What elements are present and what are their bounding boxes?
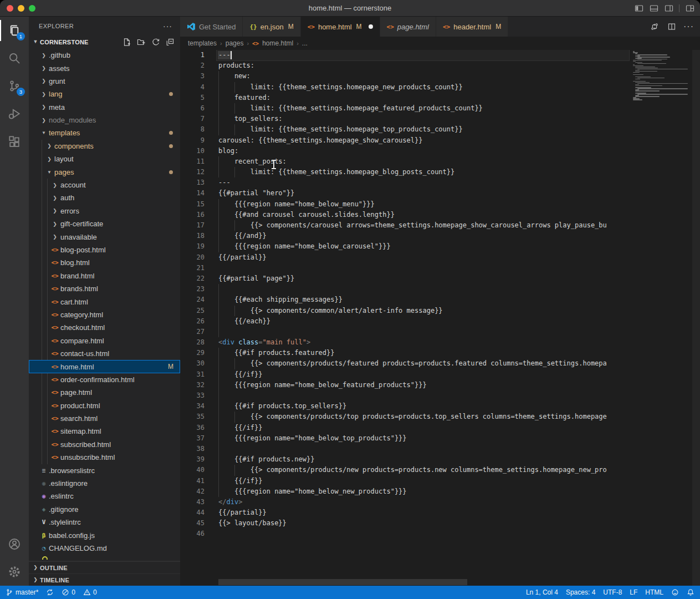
code-line[interactable]: 25 {{> components/common/alert/alert-inf…	[180, 306, 700, 316]
breadcrumb-item[interactable]: ...	[302, 39, 308, 47]
tree-file-.eslintignore[interactable]: ◉.eslintignore	[29, 477, 180, 490]
code-line[interactable]: 20{{/partial}}	[180, 252, 700, 263]
code-line[interactable]: 31 {{/if}}	[180, 369, 700, 380]
code-line[interactable]: 4 limit: {{theme_settings.homepage_new_p…	[180, 82, 700, 93]
statusbar-git-branch[interactable]: master*	[6, 588, 38, 596]
code-line[interactable]: 22{{#partial "page"}}	[180, 273, 700, 284]
workspace-section-header[interactable]: ▼ CORNERSTONE	[29, 35, 180, 49]
minimize-button[interactable]	[18, 5, 24, 12]
tab-page.html[interactable]: <>page.html	[380, 17, 436, 37]
code-line[interactable]: 12 limit: {{theme_settings.homepage_blog…	[180, 167, 700, 177]
code-line[interactable]: 10blog:	[180, 146, 700, 156]
code-line[interactable]: 13---	[180, 177, 700, 188]
code-line[interactable]: 30 {{> components/products/featured prod…	[180, 358, 700, 369]
code-line[interactable]: 34 {{#if products.top_sellers}}	[180, 401, 700, 412]
statusbar-sync[interactable]	[46, 588, 54, 596]
tree-folder-pages[interactable]: ▼pages	[29, 165, 180, 178]
toggle-secondary-sidebar-icon[interactable]	[664, 4, 673, 13]
code-line[interactable]: 8 limit: {{theme_settings.homepage_top_p…	[180, 124, 700, 135]
new-file-icon[interactable]	[122, 37, 131, 47]
tree-folder-assets[interactable]: ❯assets	[29, 62, 180, 74]
statusbar-indentation[interactable]: Spaces: 4	[566, 588, 595, 596]
refresh-explorer-icon[interactable]	[151, 37, 160, 47]
code-line[interactable]: 15 {{{region name="home_below_menu"}}}	[180, 199, 700, 210]
open-changes-icon[interactable]	[650, 22, 659, 32]
code-line[interactable]: 23	[180, 284, 700, 295]
code-line[interactable]: 32 {{{region name="home_below_featured_p…	[180, 380, 700, 390]
tree-file-.browserslistrc[interactable]: ≡.browserslistrc	[29, 464, 180, 476]
code-line[interactable]: 44{{/partial}}	[180, 507, 700, 518]
code-line[interactable]: 40 {{> components/products/new products=…	[180, 465, 700, 475]
tab-home.html[interactable]: <>home.htmlM	[301, 17, 380, 37]
code-line[interactable]: 46	[180, 529, 700, 539]
customize-layout-icon[interactable]	[685, 4, 694, 13]
breadcrumb-item[interactable]: home.html	[262, 39, 293, 47]
tree-file-blog.html[interactable]: <>blog.html	[29, 256, 180, 269]
tree-file-.stylelintrc[interactable]: V.stylelintrc	[29, 516, 180, 529]
tree-file-product.html[interactable]: <>product.html	[29, 399, 180, 412]
activitybar-run-debug[interactable]	[0, 100, 29, 128]
code-line[interactable]: 37 {{{region name="home_below_top_produc…	[180, 433, 700, 444]
minimap[interactable]	[633, 51, 692, 101]
code-line[interactable]: 14{{#partial "hero"}}	[180, 188, 700, 199]
code-line[interactable]: 29 {{#if products.featured}}	[180, 348, 700, 358]
vertical-scrollbar[interactable]	[692, 50, 700, 586]
tree-file-compare.html[interactable]: <>compare.html	[29, 334, 180, 347]
tree-file-subscribed.html[interactable]: <>subscribed.html	[29, 438, 180, 451]
tab-en.json[interactable]: {}en.jsonM	[243, 17, 300, 37]
code-line[interactable]: 16 {{#and carousel carousel.slides.lengt…	[180, 210, 700, 220]
code-line[interactable]: 5 featured:	[180, 93, 700, 103]
code-line[interactable]: 21	[180, 263, 700, 273]
code-line[interactable]: 45{{> layout/base}}	[180, 518, 700, 529]
collapse-folders-icon[interactable]	[165, 37, 175, 47]
tree-file-order-confirmation.html[interactable]: <>order-confirmation.html	[29, 373, 180, 386]
breadcrumb-item[interactable]: templates	[188, 39, 217, 47]
breadcrumb-item[interactable]: pages	[226, 39, 244, 47]
code-line[interactable]: 26 {{/each}}	[180, 316, 700, 327]
statusbar-cursor-position[interactable]: Ln 1, Col 4	[526, 588, 558, 596]
tree-file-cart.html[interactable]: <>cart.html	[29, 295, 180, 308]
tree-folder-meta[interactable]: ❯meta	[29, 101, 180, 114]
code-line[interactable]: 6 limit: {{theme_settings.homepage_featu…	[180, 103, 700, 114]
tree-file-.eslintrc[interactable]: ◉.eslintrc	[29, 490, 180, 502]
code-line[interactable]: 3 new:	[180, 71, 700, 82]
tree-folder-errors[interactable]: ❯errors	[29, 205, 180, 217]
statusbar-encoding[interactable]: UTF-8	[603, 588, 622, 596]
tree-file-blog-post.html[interactable]: <>blog-post.html	[29, 243, 180, 256]
activitybar-explorer[interactable]: 1	[0, 17, 29, 44]
tree-file-CHANGELOG.md[interactable]: ◔CHANGELOG.md	[29, 542, 180, 555]
code-line[interactable]: 41 {{/if}}	[180, 476, 700, 486]
tree-folder-templates[interactable]: ▼templates	[29, 126, 180, 139]
tab-header.html[interactable]: <>header.htmlM	[436, 17, 508, 37]
toggle-panel-icon[interactable]	[649, 4, 658, 13]
more-actions-icon[interactable]: ···	[684, 22, 693, 32]
tree-file-brands.html[interactable]: <>brands.html	[29, 282, 180, 295]
code-line[interactable]: 1---	[180, 50, 700, 60]
section-timeline[interactable]: ❯TIMELINE	[29, 573, 180, 586]
code-line[interactable]: 27	[180, 327, 700, 337]
code-line[interactable]: 38	[180, 444, 700, 454]
section-outline[interactable]: ❯OUTLINE	[29, 561, 180, 573]
tree-folder-layout[interactable]: ❯layout	[29, 153, 180, 165]
tree-folder-lang[interactable]: ❯lang	[29, 88, 180, 100]
code-line[interactable]: 33	[180, 390, 700, 401]
code-line[interactable]: 39 {{#if products.new}}	[180, 454, 700, 465]
close-button[interactable]	[7, 5, 13, 12]
tree-file-babel.config.js[interactable]: βbabel.config.js	[29, 529, 180, 541]
tab-Get-Started[interactable]: Get Started	[180, 17, 243, 37]
zoom-button[interactable]	[29, 5, 35, 12]
code-line[interactable]: 7 top_sellers:	[180, 114, 700, 124]
tree-file-home.html[interactable]: <>home.htmlM	[29, 360, 180, 373]
statusbar-eol[interactable]: LF	[630, 588, 637, 596]
tree-file-category.html[interactable]: <>category.html	[29, 308, 180, 321]
code-line[interactable]: 36 {{/if}}	[180, 423, 700, 433]
code-line[interactable]: 35 {{> components/products/top products=…	[180, 412, 700, 422]
tree-folder-node-modules[interactable]: ❯node_modules	[29, 114, 180, 126]
tree-file-sitemap.html[interactable]: <>sitemap.html	[29, 425, 180, 438]
activitybar-settings[interactable]	[0, 558, 29, 586]
code-line[interactable]: 2products:	[180, 60, 700, 71]
tree-file-.gitignore[interactable]: ◈.gitignore	[29, 503, 180, 516]
statusbar-language-mode[interactable]: HTML	[645, 588, 663, 596]
code-line[interactable]: 28<div class="main full">	[180, 337, 700, 348]
explorer-more-actions[interactable]: ···	[163, 22, 172, 31]
